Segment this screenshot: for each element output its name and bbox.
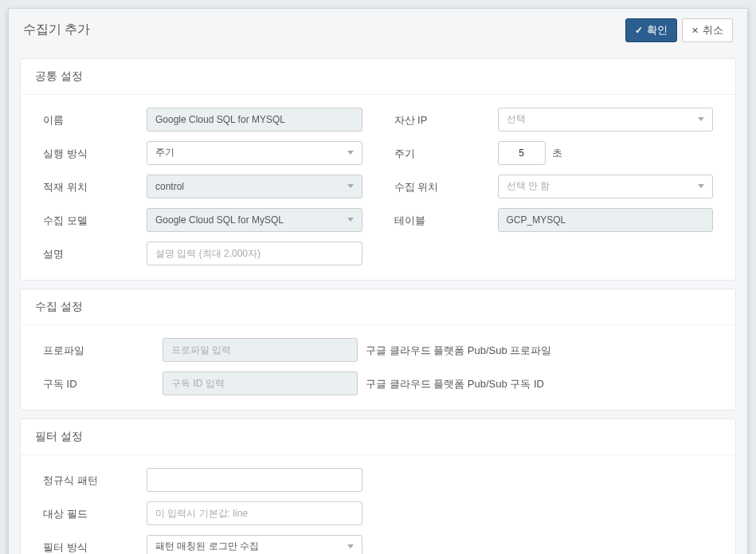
check-icon <box>635 24 643 37</box>
collect-model-label: 수집 모델 <box>43 212 139 228</box>
close-icon <box>691 24 699 37</box>
filter-mode-select[interactable]: 패턴 매칭된 로그만 수집 <box>147 535 362 554</box>
subscription-input[interactable] <box>163 371 358 395</box>
filter-settings-title: 필터 설정 <box>21 419 735 455</box>
run-mode-label: 실행 방식 <box>43 145 139 161</box>
asset-ip-label: 자산 IP <box>394 112 490 128</box>
table-label: 테이블 <box>394 212 490 228</box>
chevron-down-icon <box>347 544 354 548</box>
target-field-input[interactable] <box>147 501 362 525</box>
dialog-title: 수집기 추가 <box>23 22 90 38</box>
dialog-header: 수집기 추가 확인 취소 <box>9 9 747 50</box>
profile-label: 프로파일 <box>43 342 155 358</box>
cancel-button-label: 취소 <box>703 24 723 37</box>
confirm-button-label: 확인 <box>647 24 668 37</box>
collect-model-value: Google Cloud SQL for MySQL <box>155 214 284 226</box>
collect-model-select[interactable]: Google Cloud SQL for MySQL <box>147 208 362 232</box>
header-buttons: 확인 취소 <box>625 18 733 42</box>
run-mode-value: 주기 <box>155 146 174 159</box>
profile-input[interactable] <box>163 338 358 362</box>
collect-location-label: 수집 위치 <box>394 179 490 194</box>
chevron-down-icon <box>347 151 354 155</box>
run-mode-select[interactable]: 주기 <box>147 141 362 165</box>
description-label: 설명 <box>43 246 139 261</box>
common-settings-title: 공통 설정 <box>21 59 735 95</box>
name-input[interactable] <box>147 108 362 132</box>
confirm-button[interactable]: 확인 <box>625 18 677 42</box>
subscription-label: 구독 ID <box>43 375 155 391</box>
profile-desc: 구글 클라우드 플랫폼 Pub/Sub 프로파일 <box>366 341 713 358</box>
chevron-down-icon <box>698 117 704 121</box>
asset-ip-placeholder: 선택 <box>507 112 526 126</box>
cancel-button[interactable]: 취소 <box>682 18 733 42</box>
collect-location-select[interactable]: 선택 안 함 <box>498 175 714 198</box>
load-location-select[interactable]: control <box>147 175 362 198</box>
filter-settings-panel: 필터 설정 정규식 패턴 대상 필드 필터 방식 <box>20 418 736 554</box>
regex-label: 정규식 패턴 <box>43 472 139 488</box>
common-settings-panel: 공통 설정 이름 자산 IP 선택 <box>20 58 736 281</box>
collect-location-placeholder: 선택 안 함 <box>507 179 550 193</box>
chevron-down-icon <box>347 184 354 188</box>
add-collector-dialog: 수집기 추가 확인 취소 공통 설정 이름 <box>8 8 748 554</box>
subscription-desc: 구글 클라우드 플랫폼 Pub/Sub 구독 ID <box>366 375 713 391</box>
name-label: 이름 <box>43 112 139 128</box>
cycle-input[interactable] <box>498 141 546 165</box>
cycle-unit: 초 <box>552 146 562 160</box>
table-input[interactable] <box>498 208 714 232</box>
collect-settings-title: 수집 설정 <box>21 289 735 325</box>
cycle-label: 주기 <box>394 145 490 161</box>
chevron-down-icon <box>347 218 354 222</box>
filter-mode-value: 패턴 매칭된 로그만 수집 <box>155 540 259 553</box>
filter-mode-label: 필터 방식 <box>43 539 139 554</box>
load-location-value: control <box>155 181 184 192</box>
load-location-label: 적재 위치 <box>43 179 139 194</box>
regex-input[interactable] <box>147 468 362 492</box>
asset-ip-select[interactable]: 선택 <box>498 108 714 132</box>
target-field-label: 대상 필드 <box>43 505 139 521</box>
description-input[interactable] <box>147 242 362 265</box>
collect-settings-panel: 수집 설정 프로파일 구글 클라우드 플랫폼 Pub/Sub 프로파일 구독 I… <box>20 289 736 411</box>
chevron-down-icon <box>698 184 704 188</box>
